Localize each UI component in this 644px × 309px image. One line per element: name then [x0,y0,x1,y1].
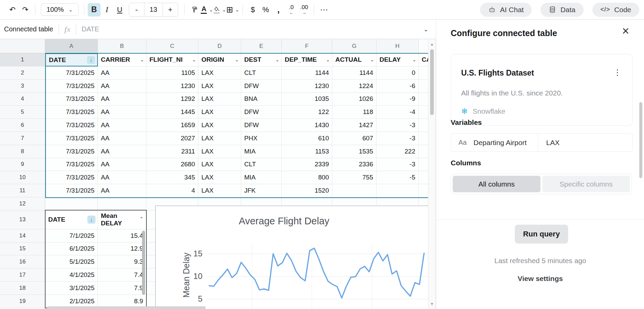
cell[interactable]: MIA [241,145,282,158]
cell[interactable]: 7/31/2025 [45,184,98,197]
scroll-up-icon[interactable]: ▲ [428,42,436,47]
undo-button[interactable]: ↶ [6,3,19,17]
cell[interactable]: 1427 [332,119,376,132]
cell[interactable]: 1659 [146,119,198,132]
cell[interactable]: 7/31/2025 [45,132,98,145]
cell[interactable]: 7/31/2025 [45,158,98,171]
cell[interactable] [419,158,428,171]
horizontal-scrollbar[interactable] [47,306,206,309]
column-header-A[interactable]: A [45,39,98,53]
cell[interactable]: 2680 [146,158,198,171]
row-header-4[interactable]: 4 [0,93,45,106]
cell[interactable]: AA [98,66,146,80]
cell[interactable]: 1230 [146,80,198,93]
sort-descending-icon[interactable]: ↓ [87,216,95,224]
cell[interactable]: 1230 [282,80,332,93]
cell[interactable]: DEST⌄ [241,53,282,66]
row-header-5[interactable]: 5 [0,106,45,119]
select-all-corner[interactable] [0,39,45,53]
cell[interactable]: LAX [198,106,241,119]
cell[interactable]: 7/31/2025 [45,171,98,184]
percent-format-button[interactable]: % [259,3,272,17]
cell[interactable]: 8.9 [98,295,146,308]
code-button[interactable]: </> Code [592,3,639,17]
cell[interactable] [419,132,428,145]
sort-descending-icon[interactable]: ↓ [87,56,95,64]
cell[interactable]: LAX [198,93,241,106]
cell[interactable] [419,184,428,197]
cell[interactable]: 1445 [146,106,198,119]
formula-bar-expand-icon[interactable]: ⌄ [423,26,428,33]
cell[interactable]: 2336 [332,158,376,171]
cell[interactable]: 345 [146,171,198,184]
cell[interactable]: LAX [198,119,241,132]
cell[interactable]: 1035 [282,93,332,106]
column-header-C[interactable]: C [146,39,198,53]
cell[interactable]: 1144 [282,66,332,80]
column-header-E[interactable]: E [241,39,282,53]
cell[interactable]: -9 [376,93,419,106]
zoom-dropdown[interactable]: 100% ⌄ [41,3,79,16]
cell[interactable]: -3 [376,158,419,171]
cell[interactable]: AA [98,145,146,158]
cell[interactable]: -3 [376,119,419,132]
decrease-decimal-button[interactable]: .0← [285,3,298,17]
font-size-decrease-button[interactable]: - [129,3,144,17]
cell[interactable]: DFW [241,106,282,119]
cell[interactable]: 118 [332,106,376,119]
column-menu-icon[interactable]: ⌄ [235,57,239,62]
increase-decimal-button[interactable]: .00→ [298,3,310,17]
cell[interactable] [419,93,428,106]
formula-input[interactable]: DATE [82,25,99,33]
ai-chat-button[interactable]: AI Chat [480,3,532,17]
cell[interactable]: 7/31/2025 [45,106,98,119]
cell[interactable]: 2/1/2025 [45,295,98,308]
cell[interactable]: AA [98,184,146,197]
cell[interactable] [419,171,428,184]
font-size-increase-button[interactable]: + [163,3,178,17]
row-header-8[interactable]: 8 [0,145,45,158]
cell[interactable] [419,145,428,158]
row-header-18[interactable]: 18 [0,282,45,295]
underline-button[interactable]: U [113,3,126,17]
cell[interactable]: Mean DELAY⌄ [98,210,146,229]
row-header-3[interactable]: 3 [0,80,45,93]
cell[interactable] [419,119,428,132]
cell[interactable]: 7/31/2025 [45,145,98,158]
cell[interactable]: 610 [282,132,332,145]
cell[interactable] [419,66,428,80]
row-header-17[interactable]: 17 [0,269,45,282]
italic-button[interactable]: I [101,3,113,17]
cell[interactable]: 7.4 [98,269,146,282]
view-settings-link[interactable]: View settings [436,275,644,283]
cell[interactable]: 15.4 [98,229,146,243]
thousands-format-button[interactable]: , [272,3,285,17]
cell[interactable]: AA [98,158,146,171]
spreadsheet-grid[interactable]: ABCDEFGH 12345678910111213141516171819 D… [0,39,428,309]
kebab-menu-icon[interactable]: ⋮ [613,68,621,77]
cell[interactable]: DATE↓ [45,53,98,66]
column-menu-icon[interactable]: ⌄ [140,57,144,62]
vertical-scrollbar[interactable]: ▲ ▼ [428,39,436,309]
cell[interactable]: MIA [241,171,282,184]
cell[interactable]: -3 [376,132,419,145]
cell[interactable]: AA [98,132,146,145]
column-menu-icon[interactable]: ⌄ [370,57,374,62]
cell[interactable]: 1026 [332,93,376,106]
cell[interactable]: DELAY⌄ [376,53,419,66]
chart-panel[interactable]: Average Flight Delay Mean Delay 51015 [155,205,428,309]
row-header-9[interactable]: 9 [0,158,45,171]
cell[interactable] [376,184,419,197]
cell[interactable]: 5/1/2025 [45,255,98,269]
cell[interactable]: LAX [198,158,241,171]
cell[interactable]: BNA [241,93,282,106]
vertical-scrollbar-thumb[interactable] [430,49,434,115]
cell[interactable]: CLT [241,66,282,80]
cell[interactable]: CA [419,53,428,66]
summary-table-scrollbar[interactable] [142,231,145,295]
column-menu-icon[interactable]: ⌄ [326,57,330,62]
column-header-G[interactable]: G [332,39,376,53]
variable-value-input[interactable]: LAX [538,139,632,147]
cell[interactable]: 122 [282,106,332,119]
cell[interactable] [98,197,146,210]
